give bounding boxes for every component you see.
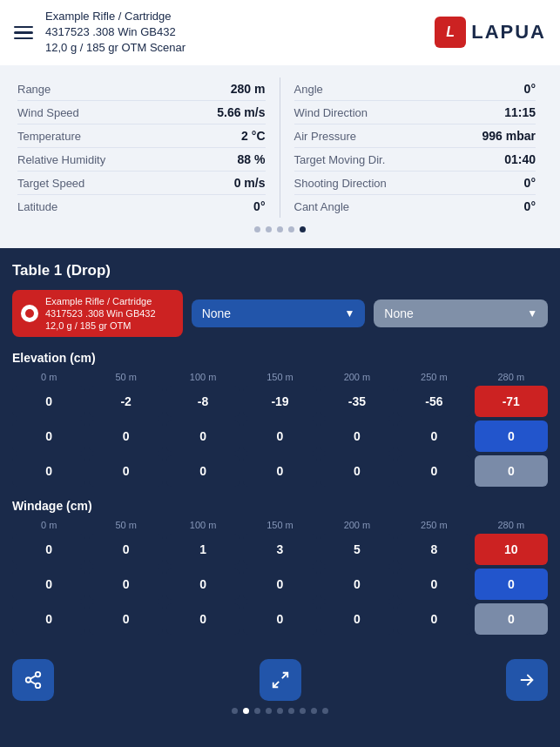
elev-r3-c4[interactable]: 0 — [243, 455, 316, 487]
windage-row-1: 0 0 1 3 5 8 10 — [12, 534, 548, 565]
elev-r3-c5[interactable]: 0 — [320, 455, 394, 487]
dot-2[interactable] — [266, 226, 272, 232]
wind-r1-c6[interactable]: 8 — [397, 534, 470, 565]
stat-temperature: Temperature 2 °C — [17, 124, 266, 148]
dot-1[interactable] — [254, 226, 260, 232]
w-dist-header-280m: 280 m — [475, 520, 548, 530]
wind-r2-c4[interactable]: 0 — [243, 569, 316, 600]
wind-r3-c3[interactable]: 0 — [166, 603, 240, 635]
b-dot-4[interactable] — [266, 708, 272, 714]
elevation-section-label: Elevation (cm) — [12, 351, 548, 365]
dropdown-arrow-2: ▼ — [527, 307, 537, 320]
elev-r1-c7[interactable]: -71 — [475, 386, 548, 417]
elev-r1-c4[interactable]: -19 — [243, 386, 316, 417]
rifle-selector-button[interactable]: Example Rifle / Cartridge4317523 .308 Wi… — [12, 290, 183, 338]
bottom-page-dots — [0, 708, 560, 721]
b-dot-2-active[interactable] — [243, 708, 249, 714]
dist-header-100m: 100 m — [166, 372, 240, 382]
stat-target-speed: Target Speed 0 m/s — [17, 172, 266, 195]
w-dist-header-0m: 0 m — [12, 520, 85, 530]
wind-r1-c5[interactable]: 5 — [320, 534, 394, 565]
dropdown-selector-2[interactable]: None ▼ — [374, 299, 548, 327]
svg-line-3 — [30, 682, 36, 685]
elev-r1-c1[interactable]: 0 — [12, 386, 85, 417]
stat-wind-direction: Wind Direction 11:15 — [294, 101, 536, 124]
elev-r1-c3[interactable]: -8 — [166, 386, 240, 417]
elev-r2-c3[interactable]: 0 — [166, 421, 240, 452]
elev-r1-c2[interactable]: -2 — [89, 386, 162, 417]
svg-point-0 — [36, 672, 41, 677]
wind-r3-c6[interactable]: 0 — [397, 603, 470, 635]
wind-r2-c2[interactable]: 0 — [89, 569, 162, 600]
w-dist-header-250m: 250 m — [397, 520, 470, 530]
wind-r1-c2[interactable]: 0 — [89, 534, 162, 565]
elev-r3-c2[interactable]: 0 — [89, 455, 162, 487]
windage-row-2: 0 0 0 0 0 0 0 — [12, 569, 548, 600]
elev-r2-c2[interactable]: 0 — [89, 421, 162, 452]
stats-page-dots — [17, 226, 543, 232]
wind-r2-c6[interactable]: 0 — [397, 569, 470, 600]
elev-r2-c6[interactable]: 0 — [397, 421, 470, 452]
dot-4[interactable] — [288, 226, 294, 232]
wind-r1-c4[interactable]: 3 — [243, 534, 316, 565]
wind-r2-c7[interactable]: 0 — [475, 569, 548, 600]
svg-line-6 — [273, 682, 278, 687]
fullscreen-button[interactable] — [260, 659, 301, 701]
wind-r1-c1[interactable]: 0 — [12, 534, 85, 565]
lapua-badge: L — [435, 17, 466, 48]
lapua-logo: L LAPUA — [435, 17, 546, 48]
stats-left-col: Range 280 m Wind Speed 5.66 m/s Temperat… — [17, 77, 280, 218]
elev-r2-c1[interactable]: 0 — [12, 421, 85, 452]
hamburger-icon[interactable] — [14, 26, 33, 40]
share-button[interactable] — [12, 659, 54, 701]
wind-r2-c5[interactable]: 0 — [320, 569, 394, 600]
dist-header-200m: 200 m — [320, 372, 394, 382]
elev-r3-c1[interactable]: 0 — [12, 455, 85, 487]
elev-r2-c7[interactable]: 0 — [475, 421, 548, 452]
svg-point-1 — [26, 678, 31, 683]
dist-header-280m: 280 m — [475, 372, 548, 382]
b-dot-5[interactable] — [277, 708, 283, 714]
wind-r2-c3[interactable]: 0 — [166, 569, 240, 600]
elev-r3-c3[interactable]: 0 — [166, 455, 240, 487]
stat-angle: Angle 0° — [294, 77, 536, 101]
elev-r2-c5[interactable]: 0 — [320, 421, 394, 452]
b-dot-1[interactable] — [232, 708, 238, 714]
wind-r3-c5[interactable]: 0 — [320, 603, 394, 635]
wind-r3-c1[interactable]: 0 — [12, 603, 85, 635]
w-dist-header-150m: 150 m — [243, 520, 316, 530]
wind-r1-c7[interactable]: 10 — [475, 534, 548, 565]
wind-r2-c1[interactable]: 0 — [12, 569, 85, 600]
dropdown-selector-1[interactable]: None ▼ — [192, 299, 366, 327]
wind-r3-c7[interactable]: 0 — [475, 603, 548, 635]
arrow-button[interactable] — [506, 659, 548, 701]
elev-r3-c7[interactable]: 0 — [475, 455, 548, 487]
rifle-selector-text: Example Rifle / Cartridge4317523 .308 Wi… — [45, 295, 156, 333]
stat-humidity: Relative Humidity 88 % — [17, 148, 266, 172]
b-dot-7[interactable] — [300, 708, 306, 714]
elev-r2-c4[interactable]: 0 — [243, 421, 316, 452]
dot-3[interactable] — [277, 226, 283, 232]
stat-shooting-direction: Shooting Direction 0° — [294, 172, 536, 195]
elev-r1-c5[interactable]: -35 — [320, 386, 394, 417]
b-dot-3[interactable] — [254, 708, 260, 714]
svg-line-5 — [281, 673, 287, 678]
elevation-row-3: 0 0 0 0 0 0 0 — [12, 455, 548, 487]
w-dist-header-50m: 50 m — [89, 520, 162, 530]
svg-line-4 — [30, 676, 36, 679]
wind-r3-c2[interactable]: 0 — [89, 603, 162, 635]
dot-5-active[interactable] — [300, 226, 306, 232]
elev-r1-c6[interactable]: -56 — [397, 386, 470, 417]
stats-panel: Range 280 m Wind Speed 5.66 m/s Temperat… — [0, 65, 560, 248]
wind-r3-c4[interactable]: 0 — [243, 603, 316, 635]
b-dot-8[interactable] — [311, 708, 317, 714]
w-dist-header-100m: 100 m — [166, 520, 240, 530]
svg-point-2 — [36, 683, 41, 689]
windage-section-label: Windage (cm) — [12, 499, 548, 513]
b-dot-6[interactable] — [288, 708, 294, 714]
rifle-icon-inner — [25, 309, 34, 318]
b-dot-9[interactable] — [322, 708, 328, 714]
elev-r3-c6[interactable]: 0 — [397, 455, 470, 487]
wind-r1-c3[interactable]: 1 — [166, 534, 240, 565]
stats-right-col: Angle 0° Wind Direction 11:15 Air Pressu… — [280, 77, 543, 218]
